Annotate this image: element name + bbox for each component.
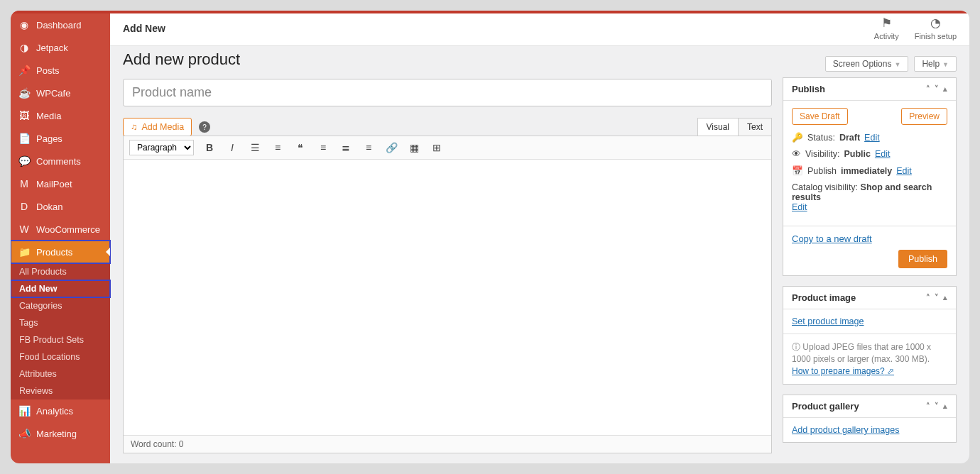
edit-publish-link[interactable]: Edit (896, 166, 912, 176)
submenu-all-products[interactable]: All Products (11, 263, 110, 280)
screen-options-button[interactable]: Screen Options▼ (825, 56, 909, 72)
publish-button[interactable]: Publish (898, 250, 947, 268)
content-editor: Paragraph B I ☰ ≡ ❝ ≡ ≣ ≡ 🔗 ▦ ⊞ (123, 136, 772, 453)
folder-icon: 📁 (18, 246, 31, 258)
set-product-image-link[interactable]: Set product image (792, 316, 864, 326)
blockquote-button[interactable]: ❝ (293, 140, 307, 155)
sidebar-label: Dokan (36, 202, 63, 212)
align-right-button[interactable]: ≡ (361, 140, 376, 155)
add-media-button[interactable]: ♫ Add Media (123, 118, 192, 136)
submenu-attributes[interactable]: Attributes (11, 365, 110, 382)
media-icon: 🖼 (18, 109, 31, 122)
sidebar-item-media[interactable]: 🖼Media (11, 104, 110, 127)
product-name-input[interactable] (123, 79, 772, 106)
tab-visual[interactable]: Visual (697, 118, 738, 136)
chevron-up-icon[interactable]: ˄ (926, 293, 930, 302)
calendar-icon: 📅 (792, 165, 803, 176)
sidebar-item-marketing[interactable]: 📣Marketing (11, 422, 110, 445)
analytics-icon: 📊 (18, 404, 31, 417)
sidebar-label: Pages (36, 133, 62, 144)
jetpack-icon: ◑ (18, 41, 31, 54)
chevron-down-icon[interactable]: ˅ (935, 84, 939, 94)
pin-icon: 📌 (18, 64, 31, 77)
sidebar-item-wpcafe[interactable]: ☕WPCafe (11, 82, 110, 104)
activity-label: Activity (874, 32, 899, 40)
copy-draft-link[interactable]: Copy to a new draft (792, 233, 947, 244)
help-icon[interactable]: ? (199, 121, 210, 133)
product-gallery-panel: Product gallery ˄˅▴ Add product gallery … (783, 395, 957, 443)
sidebar-item-comments[interactable]: 💬Comments (11, 150, 110, 172)
submenu-reviews[interactable]: Reviews (11, 382, 110, 399)
publish-time-value: immediately (841, 166, 892, 176)
italic-button[interactable]: I (225, 140, 239, 155)
bullet-list-button[interactable]: ☰ (248, 140, 262, 155)
more-button[interactable]: ▦ (407, 140, 421, 155)
status-label: Status: (807, 133, 835, 143)
sidebar-item-mailpoet[interactable]: MMailPoet (11, 172, 110, 195)
format-select[interactable]: Paragraph (129, 140, 194, 155)
sidebar-label: WooCommerce (36, 224, 100, 235)
chevron-down-icon[interactable]: ˅ (935, 293, 939, 302)
sidebar-label: Products (36, 247, 72, 258)
activity-button[interactable]: ⚑ Activity (874, 16, 899, 40)
panel-title: Product gallery (792, 401, 859, 412)
how-to-prepare-link[interactable]: How to prepare images? ⬀ (792, 366, 894, 376)
catalog-label: Catalog visibility: (792, 182, 858, 192)
page-title: Add new product (123, 50, 772, 69)
pages-icon: 📄 (18, 132, 31, 145)
progress-icon: ◔ (915, 16, 957, 31)
submenu-food-locations[interactable]: Food Locations (11, 348, 110, 365)
sidebar-item-dokan[interactable]: DDokan (11, 195, 110, 218)
sidebar-label: Dashboard (36, 20, 82, 31)
edit-status-link[interactable]: Edit (864, 133, 880, 143)
breadcrumb: Add New (123, 23, 165, 34)
chevron-up-icon[interactable]: ˄ (926, 84, 930, 94)
woocommerce-icon: W (18, 223, 31, 236)
save-draft-button[interactable]: Save Draft (792, 108, 848, 125)
page-header: Add New ⚑ Activity ◔ Finish setup (110, 11, 969, 46)
submenu-tags[interactable]: Tags (11, 314, 110, 331)
sidebar-label: Analytics (36, 406, 73, 417)
mailpoet-icon: M (18, 177, 31, 190)
preview-button[interactable]: Preview (901, 108, 947, 125)
dashboard-icon: ◉ (18, 18, 31, 31)
marketing-icon: 📣 (18, 427, 31, 440)
caret-up-icon[interactable]: ▴ (943, 293, 947, 302)
caret-up-icon[interactable]: ▴ (943, 402, 947, 411)
submenu-fb-product-sets[interactable]: FB Product Sets (11, 331, 110, 348)
link-button[interactable]: 🔗 (384, 140, 398, 155)
numbered-list-button[interactable]: ≡ (271, 140, 285, 155)
sidebar-item-dashboard[interactable]: ◉Dashboard (11, 13, 110, 36)
add-gallery-images-link[interactable]: Add product gallery images (792, 425, 899, 435)
align-center-button[interactable]: ≣ (339, 140, 353, 155)
submenu-categories[interactable]: Categories (11, 297, 110, 314)
caret-up-icon[interactable]: ▴ (943, 84, 947, 94)
chevron-down-icon[interactable]: ˅ (935, 402, 939, 411)
sidebar-item-posts[interactable]: 📌Posts (11, 59, 110, 82)
edit-catalog-link[interactable]: Edit (792, 202, 807, 212)
submenu-add-new[interactable]: Add New (11, 280, 110, 297)
editor-textarea[interactable] (124, 160, 771, 435)
finish-setup-button[interactable]: ◔ Finish setup (915, 16, 957, 40)
sidebar-item-analytics[interactable]: 📊Analytics (11, 399, 110, 422)
sidebar-item-jetpack[interactable]: ◑Jetpack (11, 36, 110, 59)
panel-title: Publish (792, 84, 825, 94)
comments-icon: 💬 (18, 155, 31, 167)
edit-visibility-link[interactable]: Edit (875, 149, 891, 159)
toolbar-toggle-button[interactable]: ⊞ (430, 140, 444, 155)
sidebar-label: Comments (36, 156, 81, 167)
align-left-button[interactable]: ≡ (316, 140, 330, 155)
sidebar-item-pages[interactable]: 📄Pages (11, 127, 110, 150)
bold-button[interactable]: B (202, 140, 217, 155)
help-button[interactable]: Help▼ (914, 56, 957, 72)
sidebar-label: Marketing (36, 429, 77, 439)
status-value: Draft (839, 133, 860, 143)
sidebar-label: Media (36, 111, 61, 121)
tab-text[interactable]: Text (738, 118, 772, 136)
sidebar-label: Posts (36, 65, 60, 76)
cafe-icon: ☕ (18, 87, 31, 99)
sidebar-label: Jetpack (36, 43, 68, 53)
sidebar-item-woocommerce[interactable]: WWooCommerce (11, 218, 110, 241)
sidebar-item-products[interactable]: 📁Products (11, 241, 110, 263)
chevron-up-icon[interactable]: ˄ (926, 402, 930, 411)
